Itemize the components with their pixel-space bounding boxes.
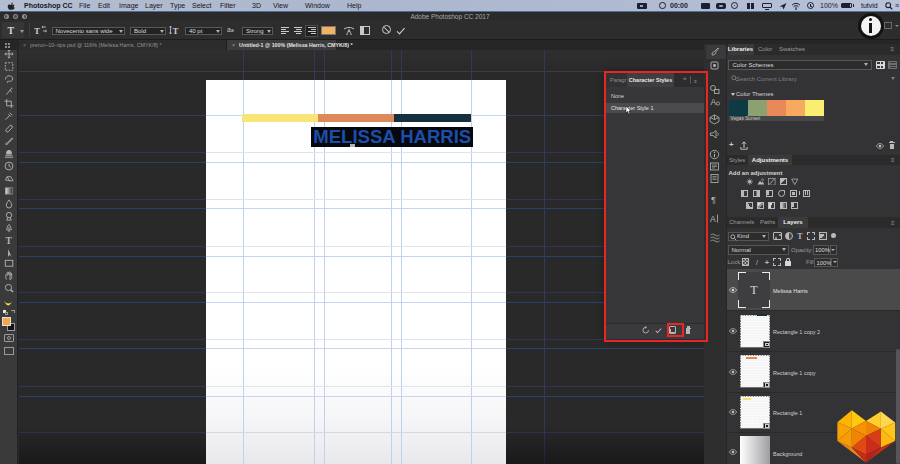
svg-text:T: T <box>34 26 40 36</box>
svg-text:A: A <box>711 97 717 107</box>
svg-text:A: A <box>710 214 716 224</box>
svg-text:T: T <box>173 26 179 36</box>
svg-text:T: T <box>6 236 13 246</box>
svg-text:¶: ¶ <box>711 195 716 205</box>
